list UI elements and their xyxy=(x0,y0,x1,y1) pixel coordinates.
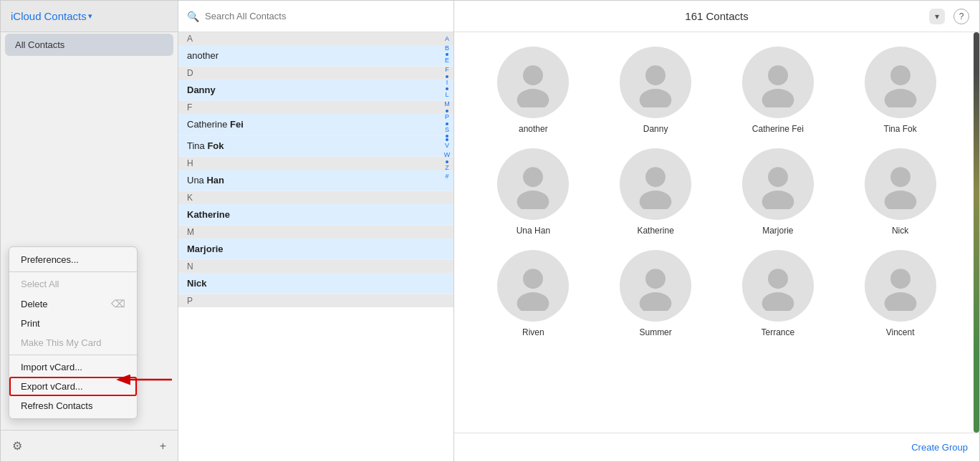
contact-item-una-han[interactable]: Una Han xyxy=(178,170,453,191)
menu-import-vcard[interactable]: Import vCard... xyxy=(9,357,137,377)
sidebar-footer: ⚙ + xyxy=(1,430,178,461)
sidebar: iCloud Contacts ▾ All Contacts ⚙ + Prefe… xyxy=(1,1,178,461)
svg-point-1 xyxy=(523,65,543,85)
menu-delete[interactable]: Delete ⌫ xyxy=(9,294,137,314)
sidebar-item-all-contacts[interactable]: All Contacts xyxy=(5,34,173,56)
menu-make-my-card: Make This My Card xyxy=(9,333,137,352)
svg-point-15 xyxy=(890,167,911,187)
menu-print[interactable]: Print xyxy=(9,314,137,333)
contact-card-name-9: Summer xyxy=(639,327,671,337)
contact-item-catherine-fei[interactable]: Catherine Fei xyxy=(178,114,453,135)
alpha-z[interactable]: Z xyxy=(445,164,449,173)
svg-point-21 xyxy=(768,269,788,289)
contact-card-6[interactable]: Marjorie xyxy=(721,148,836,236)
section-header-k: K xyxy=(178,191,453,204)
avatar-2 xyxy=(742,47,814,118)
contact-card-2[interactable]: Catherine Fei xyxy=(721,47,836,134)
alpha-l[interactable]: L xyxy=(445,91,448,100)
menu-export-vcard[interactable]: Export vCard... xyxy=(9,377,137,396)
contact-item-danny[interactable]: Danny xyxy=(178,80,453,101)
sort-dropdown[interactable]: ▾ xyxy=(929,9,945,24)
svg-point-5 xyxy=(768,65,788,85)
menu-preferences[interactable]: Preferences... xyxy=(9,250,137,269)
avatar-7 xyxy=(865,148,936,220)
sidebar-chevron-icon[interactable]: ▾ xyxy=(88,11,92,21)
contact-card-8[interactable]: Riven xyxy=(476,250,591,337)
svg-point-9 xyxy=(523,167,543,187)
contact-card-name-3: Tina Fok xyxy=(884,124,917,134)
contact-item-tina-fok[interactable]: Tina Fok xyxy=(178,135,453,157)
alpha-i[interactable]: I xyxy=(446,79,448,87)
menu-refresh[interactable]: Refresh Contacts xyxy=(9,396,137,415)
contact-card-name-1: Danny xyxy=(643,124,668,134)
app-container: iCloud Contacts ▾ All Contacts ⚙ + Prefe… xyxy=(0,0,980,462)
svg-point-23 xyxy=(890,269,911,289)
contact-item-marjorie[interactable]: Marjorie xyxy=(178,239,453,260)
svg-point-19 xyxy=(645,269,666,289)
alpha-hash[interactable]: # xyxy=(445,173,448,181)
contact-name-katherine: Katherine xyxy=(187,209,230,220)
contact-card-3[interactable]: Tina Fok xyxy=(842,47,958,134)
contact-item-another[interactable]: another xyxy=(178,45,453,67)
contact-card-name-6: Marjorie xyxy=(762,226,793,236)
scrollbar[interactable] xyxy=(974,32,979,433)
alpha-dot-3 xyxy=(446,87,448,90)
menu-select-all: Select All xyxy=(9,274,137,294)
contact-card-0[interactable]: another xyxy=(476,47,591,134)
avatar-1 xyxy=(620,47,691,118)
alpha-f[interactable]: F xyxy=(445,66,449,74)
contact-card-9[interactable]: Summer xyxy=(598,250,714,337)
contact-card-name-4: Una Han xyxy=(517,226,550,236)
svg-point-10 xyxy=(517,191,549,209)
contact-card-10[interactable]: Terrance xyxy=(721,250,836,337)
contact-name-marjorie: Marjorie xyxy=(187,244,224,254)
alpha-e[interactable]: E xyxy=(445,57,449,65)
search-icon: 🔍 xyxy=(187,11,199,22)
contact-card-1[interactable]: Danny xyxy=(598,47,714,134)
avatar-5 xyxy=(620,148,691,220)
contact-card-name-7: Nick xyxy=(892,226,908,236)
contact-card-7[interactable]: Nick xyxy=(842,148,958,236)
alpha-dot-5 xyxy=(446,122,448,125)
section-header-p: P xyxy=(178,294,453,307)
contact-item-nick[interactable]: Nick xyxy=(178,273,453,294)
contact-card-5[interactable]: Katherine xyxy=(598,148,714,236)
alpha-dot-7 xyxy=(446,138,448,141)
svg-point-20 xyxy=(640,292,672,311)
avatar-8 xyxy=(497,250,569,322)
gear-icon[interactable]: ⚙ xyxy=(9,436,25,456)
contact-card-4[interactable]: Una Han xyxy=(476,148,591,236)
contacts-count: 161 Contacts xyxy=(685,10,748,22)
help-icon[interactable]: ? xyxy=(953,9,969,24)
avatar-6 xyxy=(742,148,814,220)
alpha-m[interactable]: M xyxy=(444,100,450,109)
search-input[interactable] xyxy=(205,11,445,21)
create-group-button[interactable]: Create Group xyxy=(911,442,968,453)
alpha-v[interactable]: V xyxy=(445,142,449,150)
contact-card-name-11: Vincent xyxy=(886,327,915,337)
menu-divider-1 xyxy=(9,271,137,272)
section-header-h: H xyxy=(178,157,453,170)
svg-point-8 xyxy=(884,89,916,107)
svg-point-18 xyxy=(517,292,549,311)
alpha-w[interactable]: W xyxy=(444,151,451,160)
alpha-s[interactable]: S xyxy=(445,126,449,135)
contact-item-katherine[interactable]: Katherine xyxy=(178,204,453,226)
alpha-a[interactable]: A xyxy=(445,35,449,44)
alpha-p[interactable]: P xyxy=(445,113,449,122)
contact-list: 🔍 A another D Danny F Catherine Fei Tina… xyxy=(178,1,454,461)
avatar-10 xyxy=(742,250,814,322)
context-menu: Preferences... Select All Delete ⌫ Print… xyxy=(9,246,138,419)
add-contact-icon[interactable]: + xyxy=(157,437,169,456)
search-bar: 🔍 xyxy=(178,1,453,32)
svg-point-2 xyxy=(517,89,549,107)
avatar-9 xyxy=(620,250,691,322)
contact-card-11[interactable]: Vincent xyxy=(842,250,958,337)
alpha-b[interactable]: B xyxy=(445,44,449,53)
avatar-4 xyxy=(497,148,569,220)
avatar-0 xyxy=(497,47,569,118)
contact-card-name-5: Katherine xyxy=(637,226,673,236)
alpha-dot-1 xyxy=(446,53,448,56)
svg-point-16 xyxy=(884,191,916,209)
section-header-n: N xyxy=(178,260,453,273)
